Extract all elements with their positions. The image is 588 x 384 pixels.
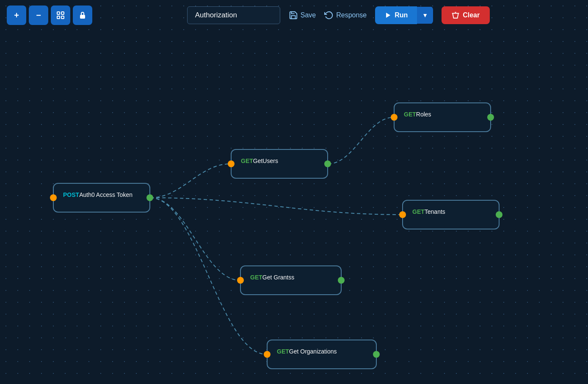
save-button[interactable]: Save <box>289 11 316 20</box>
response-button[interactable]: Response <box>324 11 367 20</box>
node-grantss[interactable]: GETGet Grantss <box>240 265 342 295</box>
svg-rect-2 <box>57 16 60 19</box>
clear-button[interactable]: Clear <box>442 6 490 24</box>
input-dot <box>391 114 398 121</box>
connection-auth0-grantss <box>150 198 240 280</box>
svg-rect-4 <box>80 15 85 19</box>
svg-marker-5 <box>386 13 390 18</box>
node-label: GETTenants <box>412 208 489 215</box>
output-dot <box>324 160 331 167</box>
output-dot <box>496 211 502 218</box>
node-label: POSTAuth0 Access Token <box>63 191 140 198</box>
svg-rect-0 <box>57 12 60 14</box>
input-dot <box>50 194 57 201</box>
connection-auth0-tenants <box>150 198 402 215</box>
output-dot <box>338 277 345 284</box>
toolbar: + − Save <box>0 0 588 30</box>
zoom-in-button[interactable]: + <box>7 6 26 25</box>
node-label: GETGetUsers <box>241 157 318 164</box>
flow-name-input[interactable] <box>187 6 280 24</box>
node-auth0[interactable]: POSTAuth0 Access Token <box>53 183 150 213</box>
output-dot <box>487 114 494 121</box>
node-label: GETGet Organizations <box>277 348 367 355</box>
lock-button[interactable] <box>73 6 92 25</box>
connection-getusers-roles <box>328 117 394 164</box>
toolbar-controls: + − <box>7 6 92 25</box>
run-chevron-button[interactable]: ▼ <box>417 7 433 24</box>
node-getusers[interactable]: GETGetUsers <box>231 149 328 179</box>
toolbar-center: Save Response Run ▼ Clear <box>96 6 581 24</box>
node-roles[interactable]: GETRoles <box>394 102 491 132</box>
fit-button[interactable] <box>51 6 70 25</box>
run-button[interactable]: Run <box>375 6 417 24</box>
svg-rect-3 <box>61 16 64 19</box>
run-button-group: Run ▼ <box>375 6 433 24</box>
input-dot <box>399 211 406 218</box>
node-orgs[interactable]: GETGet Organizations <box>267 340 377 369</box>
input-dot <box>228 160 235 167</box>
connection-auth0-getusers <box>150 164 231 198</box>
node-label: GETGet Grantss <box>250 274 331 281</box>
node-tenants[interactable]: GETTenants <box>402 200 500 229</box>
output-dot <box>146 194 153 201</box>
node-label: GETRoles <box>404 111 481 118</box>
output-dot <box>373 351 380 358</box>
input-dot <box>237 277 244 284</box>
svg-rect-1 <box>61 12 64 14</box>
flow-canvas[interactable]: POSTAuth0 Access Token GETGetUsers GETRo… <box>0 30 588 384</box>
input-dot <box>264 351 271 358</box>
zoom-out-button[interactable]: − <box>29 6 48 25</box>
